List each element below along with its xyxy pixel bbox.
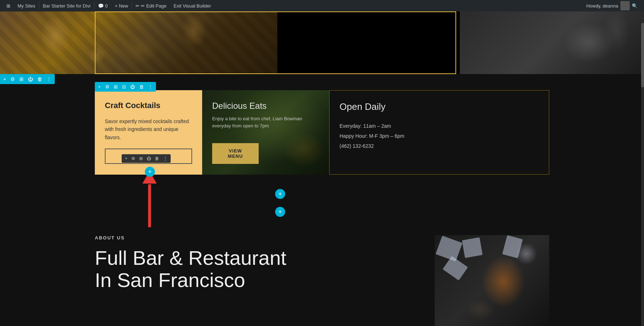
section-add-icon[interactable]: + [2,76,7,83]
content-section: Craft Cocktails Savor expertly mixed coc… [0,90,644,175]
wordpress-logo[interactable]: ⊞ [3,0,14,11]
module-settings-icon[interactable]: ⚙ [130,155,136,162]
site-name-text: Bar Starter Site for Divi [43,3,91,9]
site-name-link[interactable]: Bar Starter Site for Divi [39,0,94,11]
open-daily-title: Open Daily [340,101,539,112]
edit-page-link[interactable]: ✏ ✏ Edit Page [132,0,170,11]
about-title-line2: In San Francisco [95,269,420,291]
row-columns-icon[interactable]: ⊟ [121,83,127,90]
plus-icon-inline: + [148,168,152,176]
about-text: ABOUT US Full Bar & Restaurant In San Fr… [95,235,420,291]
eats-title: Delicious Eats [212,101,319,111]
module-add-icon[interactable]: + [124,155,128,162]
row-delete-icon[interactable]: 🗑 [138,83,145,90]
card-eats: Delicious Eats Enjoy a bite to eat from … [202,90,329,175]
ice-cube-3 [443,256,468,280]
admin-bar: ⊞ My Sites Bar Starter Site for Divi 💬 0… [0,0,644,11]
module-disable-icon[interactable]: ⏻ [146,155,152,162]
ice-cube-4 [502,235,523,258]
add-row-button-1[interactable]: + [275,189,285,199]
section-more-icon[interactable]: ⋮ [45,76,53,83]
module-duplicate-icon[interactable]: ⊞ [138,155,144,162]
card-open-daily: Open Daily Everyday: 11am – 2am Happy Ho… [329,90,549,175]
open-daily-info: Everyday: 11am – 2am Happy Hour: M-F 3pm… [340,121,539,151]
plus-icon-row-2: + [278,208,282,216]
new-content-button[interactable]: + New [111,0,132,11]
section-settings-icon[interactable]: ⚙ [9,76,16,83]
edit-icon: ✏ [136,3,140,9]
comments-link[interactable]: 💬 0 [94,0,111,11]
about-title-line1: Full Bar & Restaurant [95,247,420,269]
howdy-label: Howdy, deanna [586,3,618,9]
arrow-shaft [148,184,151,227]
main-page: + ⚙ ⊞ ⏻ 🗑 ⋮ + ⚙ ⊞ ⊟ ⏻ 🗑 ⋮ Craft Cocktail… [0,11,644,326]
section-duplicate-icon[interactable]: ⊞ [18,76,25,83]
module-toolbar: + ⚙ ⊞ ⏻ 🗑 ⋮ [122,154,171,163]
add-module-button-inline[interactable]: + [145,167,155,177]
hero-image-left [0,11,277,74]
stone-texture [460,11,644,74]
wordpress-icon: ⊞ [6,3,10,9]
row-settings-icon[interactable]: ⚙ [104,83,111,90]
ice-cube-2 [462,237,483,258]
search-icon[interactable]: 🔍 [632,3,638,9]
ice-cubes [435,235,549,326]
my-sites-menu[interactable]: My Sites [14,0,39,11]
view-menu-button[interactable]: VIEW MENU [212,143,259,164]
eats-body: Enjoy a bite to eat from chef, Liam Bowm… [212,115,319,129]
phone-number: (462) 132-6232 [340,141,539,151]
row-add-icon[interactable]: + [97,83,102,90]
hero-image-right [460,11,644,74]
add-row-button-2[interactable]: + [275,207,285,217]
about-section: ABOUT US Full Bar & Restaurant In San Fr… [95,235,549,326]
row-toolbar: + ⚙ ⊞ ⊟ ⏻ 🗑 ⋮ [95,82,156,92]
module-delete-icon[interactable]: 🗑 [154,155,160,162]
comments-count: 0 [105,3,108,9]
comment-icon: 💬 [98,3,104,9]
cocktails-body: Savor expertly mixed cocktails crafted w… [105,117,192,141]
hero-image-section [0,11,644,74]
hours-line-1: Everyday: 11am – 2am [340,121,539,131]
exit-visual-builder-button[interactable]: Exit Visual Builder [170,0,215,11]
new-label: + New [115,3,128,9]
hours-line-2: Happy Hour: M-F 3pm – 6pm [340,131,539,141]
ice-cube-1 [435,235,462,261]
section-toolbar: + ⚙ ⊞ ⏻ 🗑 ⋮ [0,74,55,84]
module-more-icon[interactable]: ⋮ [162,155,169,162]
about-title: Full Bar & Restaurant In San Francisco [95,247,420,291]
cocktails-title: Craft Cocktails [105,101,192,110]
section-disable-icon[interactable]: ⏻ [27,76,34,83]
about-label: ABOUT US [95,235,420,240]
my-sites-label: My Sites [18,3,35,9]
section-delete-icon[interactable]: 🗑 [36,76,43,83]
admin-bar-right: Howdy, deanna 🔍 [586,1,641,10]
row-disable-icon[interactable]: ⏻ [129,83,136,90]
edit-page-label: ✏ Edit Page [141,3,166,9]
row-more-icon[interactable]: ⋮ [147,83,154,90]
gem-texture [0,11,277,74]
arrow-indicator [142,172,157,227]
row-duplicate-icon[interactable]: ⊞ [113,83,119,90]
hero-image-center [277,11,460,74]
avatar[interactable] [620,1,630,10]
plus-icon-row-1: + [278,190,282,198]
exit-builder-label: Exit Visual Builder [174,3,211,9]
about-image [435,235,549,326]
scrollbar-thumb[interactable] [641,23,644,87]
